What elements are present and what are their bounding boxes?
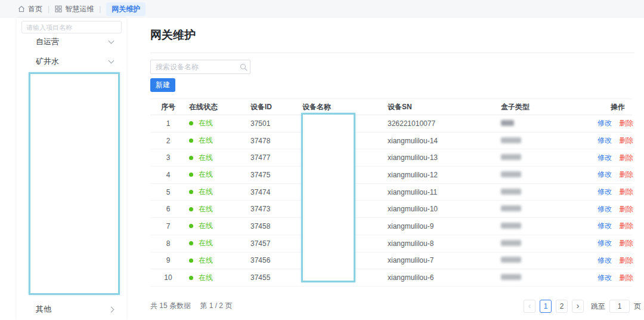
delete-link[interactable]: 删除	[619, 119, 633, 127]
delete-link[interactable]: 删除	[619, 153, 633, 162]
online-status-dot-icon	[189, 224, 193, 228]
edit-link[interactable]: 修改	[597, 221, 612, 230]
device-id-cell: 37458	[249, 222, 301, 230]
edit-link[interactable]: 修改	[597, 256, 612, 264]
box-type-cell	[499, 137, 597, 145]
edit-link[interactable]: 修改	[597, 273, 612, 282]
breadcrumb-gateway-maintenance[interactable]: 网关维护	[106, 2, 145, 16]
box-type-cell	[499, 256, 597, 264]
online-status-label: 在线	[199, 221, 213, 231]
table-footer: 共 15 条数据 第 1 / 2 页	[150, 301, 232, 311]
table-row: 6 在线 37473 xiangmulilou-10 修改 删除	[150, 201, 632, 218]
delete-link[interactable]: 删除	[619, 136, 633, 144]
online-status-dot-icon	[189, 259, 193, 263]
project-search-input[interactable]	[21, 21, 122, 33]
online-status-label: 在线	[199, 204, 213, 214]
row-online-status: 在线	[186, 238, 249, 248]
page-unit-label: 页	[634, 301, 641, 312]
online-status-label: 在线	[199, 153, 213, 163]
col-header-box-type: 盒子类型	[499, 102, 597, 112]
main-panel: 网关维护 新建 序号 在线状态 设备ID 设备名称 设备SN 盒子类型 操作 1…	[138, 18, 644, 320]
delete-link[interactable]: 删除	[619, 221, 633, 230]
device-sn-cell: xiangmulilou-12	[386, 171, 499, 179]
row-actions: 修改 删除	[597, 170, 640, 180]
device-sn-cell: xiangmulilou-11	[386, 188, 499, 196]
edit-link[interactable]: 修改	[597, 239, 612, 247]
blurred-box-type	[501, 274, 521, 280]
device-sn-cell: xiangmulilou-13	[386, 153, 499, 162]
delete-link[interactable]: 删除	[619, 273, 633, 282]
row-index: 10	[150, 273, 186, 282]
device-id-cell: 37473	[249, 205, 301, 213]
row-index: 2	[150, 137, 186, 145]
page-button-1[interactable]: 1	[540, 300, 552, 313]
jump-page-input[interactable]	[609, 300, 630, 313]
app-window: 首页 | 智慧运维 | 网关维护 自运营 矿井水 其他	[0, 0, 644, 320]
breadcrumb-separator: |	[48, 5, 49, 13]
sidebar-item-self-operated[interactable]: 自运营	[17, 33, 126, 51]
create-new-button[interactable]: 新建	[150, 78, 175, 92]
row-online-status: 在线	[186, 273, 249, 283]
breadcrumb: 首页 | 智慧运维 | 网关维护	[0, 0, 644, 18]
device-sn-cell: xiangmulilou-8	[386, 239, 499, 248]
col-header-status: 在线状态	[186, 102, 249, 112]
online-status-dot-icon	[189, 207, 193, 211]
table-body: 1 在线 37501 326221010077 修改 删除 2 在线 37478…	[150, 115, 632, 287]
delete-link[interactable]: 删除	[619, 256, 633, 264]
online-status-dot-icon	[189, 121, 193, 125]
edit-link[interactable]: 修改	[597, 205, 612, 213]
device-sn-cell: xiangmulilou-6	[386, 273, 499, 282]
device-id-cell: 37474	[249, 188, 301, 196]
table-row: 7 在线 37458 xiangmulilou-9 修改 删除	[150, 218, 632, 235]
row-index: 8	[150, 239, 186, 248]
device-sn-cell: xiangmulilou-10	[386, 205, 499, 213]
edit-link[interactable]: 修改	[597, 170, 612, 179]
blurred-box-type	[501, 171, 521, 177]
col-header-index: 序号	[150, 102, 186, 112]
row-actions: 修改 删除	[597, 118, 640, 128]
edit-link[interactable]: 修改	[597, 187, 612, 196]
online-status-label: 在线	[199, 118, 213, 128]
pagination: ‹ 1 2 › 跳至 页	[524, 300, 641, 313]
row-online-status: 在线	[186, 187, 249, 197]
online-status-label: 在线	[199, 273, 213, 283]
breadcrumb-smart-ops[interactable]: 智慧运维	[55, 4, 94, 14]
row-online-status: 在线	[186, 170, 249, 180]
breadcrumb-home[interactable]: 首页	[18, 4, 42, 14]
row-actions: 修改 删除	[597, 187, 640, 197]
apps-icon	[55, 5, 62, 13]
table-row: 10 在线 37455 xiangmulilou-6 修改 删除	[150, 269, 632, 287]
box-type-cell	[499, 222, 597, 230]
delete-link[interactable]: 删除	[619, 170, 633, 179]
device-sn-cell: xiangmulilou-14	[386, 137, 499, 145]
row-actions: 修改 删除	[597, 204, 640, 214]
edit-link[interactable]: 修改	[597, 119, 612, 127]
online-status-label: 在线	[199, 187, 213, 197]
delete-link[interactable]: 删除	[619, 205, 633, 213]
edit-link[interactable]: 修改	[597, 136, 612, 144]
sidebar-item-mine-water[interactable]: 矿井水	[17, 53, 126, 70]
online-status-dot-icon	[189, 139, 193, 143]
next-page-button[interactable]: ›	[572, 300, 584, 313]
delete-link[interactable]: 删除	[619, 239, 633, 247]
online-status-label: 在线	[199, 170, 213, 180]
search-icon[interactable]	[240, 63, 247, 73]
device-id-cell: 37477	[249, 153, 301, 162]
box-type-cell	[499, 119, 597, 128]
page-button-2[interactable]: 2	[556, 300, 568, 313]
prev-page-button[interactable]: ‹	[524, 300, 535, 313]
divider	[150, 53, 634, 53]
online-status-label: 在线	[199, 238, 213, 248]
home-icon	[18, 5, 25, 13]
device-sn-cell: xiangmulilou-9	[386, 222, 499, 230]
col-header-device-id: 设备ID	[249, 102, 301, 112]
row-index: 7	[150, 222, 186, 230]
sidebar-item-other[interactable]: 其他	[17, 300, 126, 318]
chevron-down-icon	[109, 38, 114, 44]
table-row: 9 在线 37456 xiangmulilou-7 修改 删除	[150, 253, 632, 270]
edit-link[interactable]: 修改	[597, 153, 612, 162]
device-search-input[interactable]	[150, 60, 250, 74]
delete-link[interactable]: 删除	[619, 187, 633, 196]
col-header-device-name: 设备名称	[301, 102, 386, 112]
table-header-row: 序号 在线状态 设备ID 设备名称 设备SN 盒子类型 操作	[150, 99, 632, 115]
